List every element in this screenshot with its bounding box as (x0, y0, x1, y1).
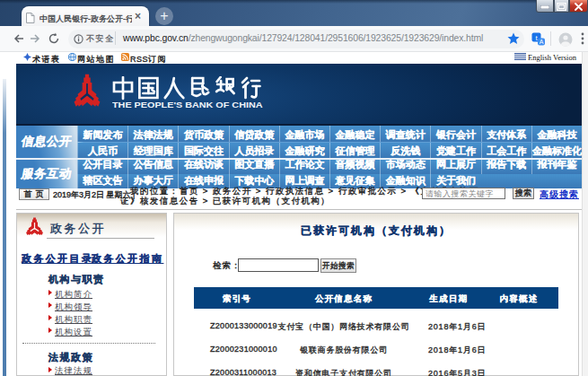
svg-text:A: A (540, 39, 544, 45)
